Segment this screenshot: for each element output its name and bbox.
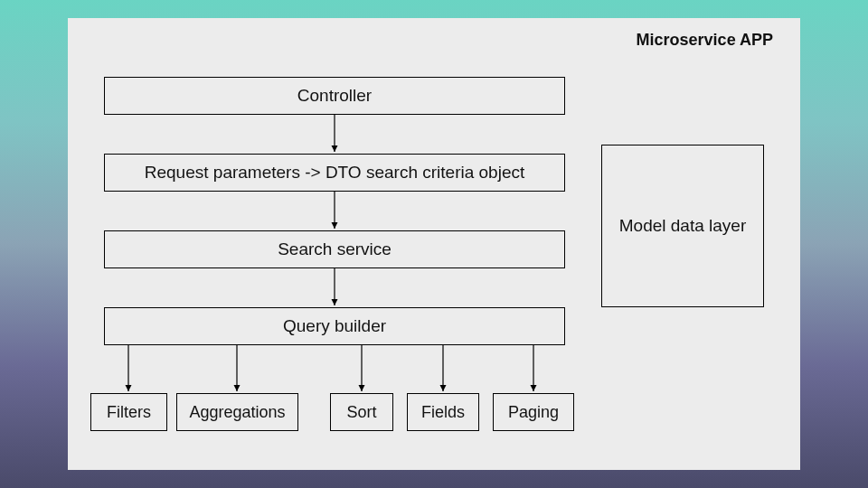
box-filters: Filters — [90, 393, 167, 431]
box-paging: Paging — [493, 393, 574, 431]
box-aggregations: Aggregations — [176, 393, 298, 431]
box-search-service: Search service — [104, 230, 565, 268]
box-dto: Request parameters -> DTO search criteri… — [104, 154, 565, 192]
box-model-data-layer: Model data layer — [601, 145, 764, 307]
box-controller: Controller — [104, 77, 565, 115]
diagram-title: Microservice APP — [637, 31, 773, 50]
box-sort: Sort — [330, 393, 393, 431]
box-query-builder: Query builder — [104, 307, 565, 345]
diagram-panel: Microservice APP Controller Request para… — [68, 18, 800, 470]
box-fields: Fields — [407, 393, 479, 431]
